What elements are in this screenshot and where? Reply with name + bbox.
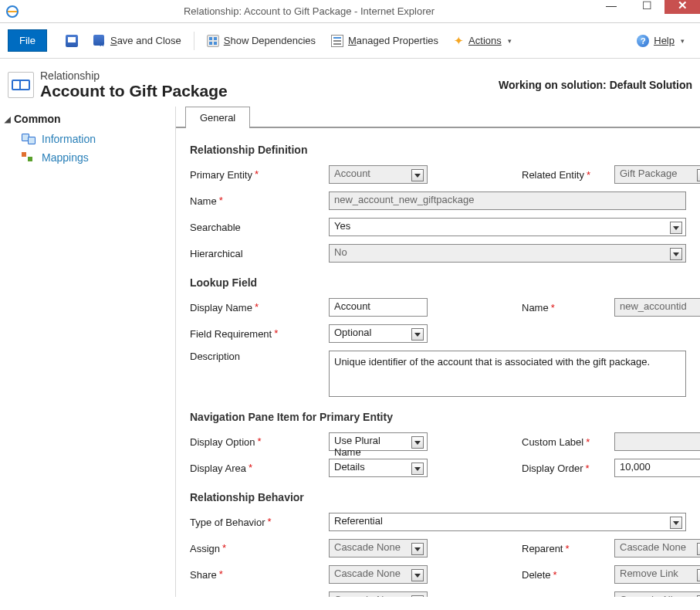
sidebar-item-mappings[interactable]: Mappings (5, 148, 171, 167)
assign-select[interactable]: Cascade None (329, 539, 428, 557)
label-assign: Assign (190, 543, 220, 554)
help-icon: ? (637, 35, 649, 47)
label-display-order: Display Order (522, 463, 583, 474)
actions-menu-button[interactable]: ✦ Actions ▾ (454, 35, 512, 47)
searchable-select[interactable]: Yes (329, 218, 686, 236)
label-unshare: Unshare (190, 595, 228, 598)
label-merge: Merge (522, 595, 550, 598)
field-requirement-select[interactable]: Optional (329, 324, 428, 343)
label-delete: Delete (522, 569, 551, 581)
behavior-type-select[interactable]: Referential (329, 513, 686, 531)
help-menu-button[interactable]: ? Help ▾ (637, 35, 685, 47)
help-label: Help (654, 35, 675, 46)
sidebar-section-common[interactable]: ◢ Common (5, 113, 171, 125)
show-dependencies-button[interactable]: Show Dependencies (207, 35, 316, 47)
label-custom-label: Custom Label (522, 436, 583, 448)
toolbar-separator (194, 32, 194, 50)
actions-label: Actions (468, 35, 502, 46)
custom-label-input[interactable] (614, 432, 700, 451)
label-display-option: Display Option (190, 436, 255, 448)
sidebar-item-information[interactable]: Information (5, 130, 171, 148)
unshare-select[interactable]: Cascade None (329, 591, 428, 597)
actions-icon: ✦ (454, 35, 464, 47)
label-hierarchical: Hierarchical (190, 248, 243, 259)
name-input[interactable]: new_account_new_giftpackage (329, 191, 686, 210)
hierarchical-select[interactable]: No (329, 244, 686, 263)
chevron-down-icon: ▾ (681, 37, 685, 45)
window-title: Relationship: Account to Gift Package - … (25, 5, 593, 17)
save-and-close-button[interactable]: × Save and Close (93, 35, 181, 47)
label-field-requirement: Field Requirement (190, 328, 272, 340)
solution-context: Working on solution: Default Solution (499, 79, 692, 91)
file-menu-button[interactable]: File (8, 29, 47, 52)
label-name: Name (190, 195, 217, 207)
lookup-name-input[interactable]: new_accountid (614, 298, 700, 317)
label-lookup-display-name: Display Name (190, 302, 252, 313)
entity-type-label: Relationship (40, 69, 228, 82)
section-relationship-behavior: Relationship Behavior (190, 491, 686, 503)
section-lookup-field: Lookup Field (190, 276, 686, 289)
page-header: Relationship Account to Gift Package Wor… (0, 59, 700, 107)
window-titlebar: Relationship: Account to Gift Package - … (0, 0, 700, 23)
main-area: General Relationship Definition Primary … (176, 107, 700, 597)
related-entity-select[interactable]: Gift Package (614, 165, 700, 184)
section-nav-pane: Navigation Pane Item for Primary Entity (190, 411, 686, 423)
lookup-display-name-input[interactable]: Account (329, 298, 428, 317)
section-relationship-definition: Relationship Definition (190, 144, 686, 156)
save-close-label: Save and Close (110, 35, 181, 46)
mappings-icon (22, 152, 36, 163)
window-close-button[interactable]: ✕ (664, 0, 700, 14)
label-share: Share (190, 569, 217, 581)
tab-general[interactable]: General (185, 107, 250, 128)
label-reparent: Reparent (522, 543, 563, 554)
label-searchable: Searchable (190, 222, 241, 233)
save-close-icon: × (93, 35, 106, 47)
sidebar-item-label: Information (42, 133, 96, 145)
ie-icon (0, 5, 25, 19)
collapse-icon: ◢ (5, 115, 11, 124)
share-select[interactable]: Cascade None (329, 565, 428, 584)
display-area-select[interactable]: Details (329, 459, 428, 477)
reparent-select[interactable]: Cascade None (614, 539, 700, 557)
managed-props-icon (331, 35, 343, 47)
save-icon (66, 35, 78, 47)
display-order-input[interactable]: 10,000 (614, 459, 700, 477)
merge-select[interactable]: Cascade All (614, 591, 700, 597)
show-deps-label: Show Dependencies (224, 35, 316, 46)
label-behavior-type: Type of Behavior (190, 517, 265, 528)
sidebar: ◢ Common Information Mappings (0, 107, 176, 597)
window-minimize-button[interactable]: — (593, 0, 629, 14)
description-textarea[interactable]: Unique identifier of the account that is… (329, 351, 686, 397)
managed-properties-button[interactable]: Managed Properties (331, 35, 438, 47)
sidebar-heading-label: Common (14, 113, 61, 125)
chevron-down-icon: ▾ (508, 37, 512, 45)
relationship-icon (8, 72, 34, 98)
primary-entity-select[interactable]: Account (329, 165, 428, 184)
save-button[interactable] (66, 35, 78, 47)
label-related-entity: Related Entity (522, 169, 584, 181)
information-icon (22, 134, 36, 144)
delete-select[interactable]: Remove Link (614, 565, 700, 584)
tabstrip: General (176, 107, 700, 128)
label-primary-entity: Primary Entity (190, 169, 252, 181)
display-option-select[interactable]: Use Plural Name (329, 432, 428, 451)
toolbar: File × Save and Close Show Dependencies … (0, 23, 700, 59)
label-lookup-name: Name (522, 302, 549, 313)
label-description: Description (190, 351, 240, 362)
dependencies-icon (207, 35, 219, 47)
page-title: Account to Gift Package (40, 82, 228, 100)
window-maximize-button[interactable]: ☐ (629, 0, 664, 14)
managed-props-label: Managed Properties (348, 35, 438, 46)
sidebar-item-label: Mappings (42, 151, 89, 164)
label-display-area: Display Area (190, 463, 246, 474)
